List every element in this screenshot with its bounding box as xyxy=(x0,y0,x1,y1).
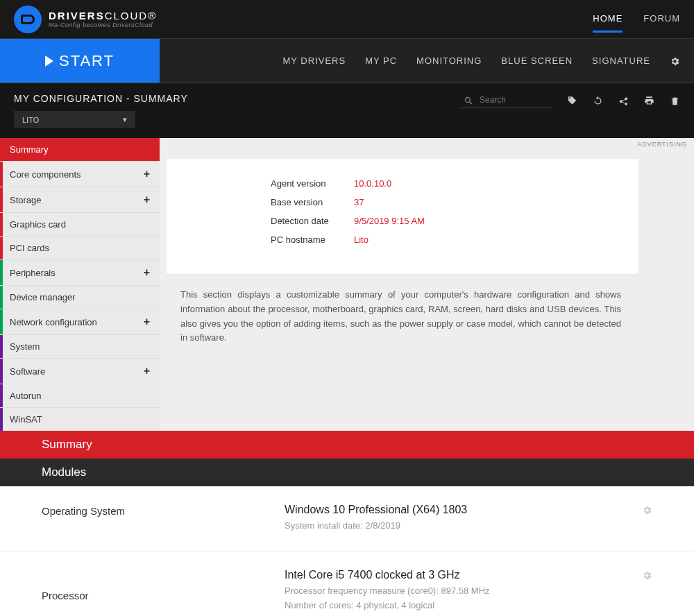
module-os: Operating System Windows 10 Professional… xyxy=(0,486,694,551)
top-header: DRIVERSCLOUD® Ma-Config becomes DriversC… xyxy=(0,0,694,38)
info-panel: Agent version10.0.10.0 Base version37 De… xyxy=(167,159,638,274)
nav-my-pc[interactable]: MY PC xyxy=(365,55,397,66)
os-install-date: System install date: 2/8/2019 xyxy=(285,519,642,533)
base-version-label: Base version xyxy=(271,197,354,207)
page-title: MY CONFIGURATION - SUMMARY xyxy=(14,93,188,104)
search-icon xyxy=(464,94,474,106)
sidebar-item-device-manager[interactable]: Device manager xyxy=(0,285,160,309)
refresh-icon[interactable] xyxy=(593,95,603,107)
cpu-title: Intel Core i5 7400 clocked at 3 GHz xyxy=(285,569,642,581)
cpu-socket: Processor socket: Socket 1151 LGA xyxy=(285,613,642,616)
brand-text: DRIVERSCLOUD® xyxy=(49,10,157,22)
cpu-cores: Number of cores: 4 physical, 4 logical xyxy=(285,599,642,613)
config-dropdown[interactable]: LITO ▾ xyxy=(14,111,135,128)
nav-my-drivers[interactable]: MY DRIVERS xyxy=(282,55,346,66)
sidebar-item-storage[interactable]: Storage+ xyxy=(0,187,160,212)
nav-signature[interactable]: SIGNATURE xyxy=(592,55,650,66)
cpu-gear-icon[interactable] xyxy=(642,569,652,581)
brand-logo[interactable]: DRIVERSCLOUD® Ma-Config becomes DriversC… xyxy=(14,6,157,33)
expand-icon[interactable]: + xyxy=(144,365,150,377)
chevron-down-icon: ▾ xyxy=(123,115,127,124)
sidebar-item-autorun[interactable]: Autorun xyxy=(0,384,160,407)
hostname-label: PC hostname xyxy=(271,234,354,245)
search-input[interactable] xyxy=(480,95,549,105)
detection-date-value: 9/5/2019 9:15 AM xyxy=(354,216,425,226)
cpu-freq: Processor frequency measure (core0): 897… xyxy=(285,584,642,599)
sidebar: Summary Core components+ Storage+ Graphi… xyxy=(0,138,160,431)
brand-tagline: Ma-Config becomes DriversCloud xyxy=(49,22,157,28)
section-summary-header: Summary xyxy=(0,431,694,459)
start-button[interactable]: START xyxy=(0,39,160,83)
search-box[interactable] xyxy=(461,93,552,108)
sidebar-item-graphics-card[interactable]: Graphics card xyxy=(0,212,160,236)
description-text: This section displays a customizable sum… xyxy=(160,281,694,366)
print-icon[interactable] xyxy=(644,95,654,107)
sidebar-item-pci-cards[interactable]: PCI cards xyxy=(0,236,160,259)
os-label: Operating System xyxy=(42,504,285,517)
play-icon xyxy=(45,55,53,67)
sidebar-item-winsat[interactable]: WinSAT xyxy=(0,407,160,431)
trash-icon[interactable] xyxy=(670,95,680,107)
expand-icon[interactable]: + xyxy=(144,266,150,279)
section-modules-header: Modules xyxy=(0,459,694,486)
secondary-nav: START MY DRIVERS MY PC MONITORING BLUE S… xyxy=(0,38,694,83)
sidebar-item-network-config[interactable]: Network configuration+ xyxy=(0,309,160,334)
os-title: Windows 10 Professional (X64) 1803 xyxy=(285,504,642,516)
logo-icon xyxy=(14,6,42,33)
cpu-label: Processor xyxy=(42,569,285,601)
base-version-value: 37 xyxy=(354,197,364,207)
content-area: ADVERTISING Agent version10.0.10.0 Base … xyxy=(160,138,694,431)
nav-home[interactable]: HOME xyxy=(593,6,623,33)
nav-blue-screen[interactable]: BLUE SCREEN xyxy=(501,55,573,66)
expand-icon[interactable]: + xyxy=(144,316,150,328)
expand-icon[interactable]: + xyxy=(144,194,150,206)
sidebar-item-peripherals[interactable]: Peripherals+ xyxy=(0,259,160,285)
sidebar-item-summary[interactable]: Summary xyxy=(0,138,160,161)
tag-icon[interactable] xyxy=(567,95,577,107)
main-area: Summary Core components+ Storage+ Graphi… xyxy=(0,138,694,431)
sidebar-item-software[interactable]: Software+ xyxy=(0,358,160,384)
expand-icon[interactable]: + xyxy=(144,168,150,180)
title-bar: MY CONFIGURATION - SUMMARY LITO ▾ xyxy=(0,83,694,138)
nav-forum[interactable]: FORUM xyxy=(643,6,680,33)
os-gear-icon[interactable] xyxy=(642,504,652,516)
ad-label: ADVERTISING xyxy=(637,141,687,148)
sidebar-item-core-components[interactable]: Core components+ xyxy=(0,161,160,187)
share-icon[interactable] xyxy=(618,95,629,107)
sidebar-item-system[interactable]: System xyxy=(0,334,160,358)
agent-version-value: 10.0.10.0 xyxy=(354,178,391,189)
top-nav: HOME FORUM xyxy=(593,6,680,33)
module-cpu: Processor Intel Core i5 7400 clocked at … xyxy=(0,551,694,616)
agent-version-label: Agent version xyxy=(271,178,354,189)
nav-monitoring[interactable]: MONITORING xyxy=(416,55,482,66)
settings-icon[interactable] xyxy=(670,55,680,67)
detection-date-label: Detection date xyxy=(271,216,354,226)
hostname-value: Lito xyxy=(354,234,369,245)
